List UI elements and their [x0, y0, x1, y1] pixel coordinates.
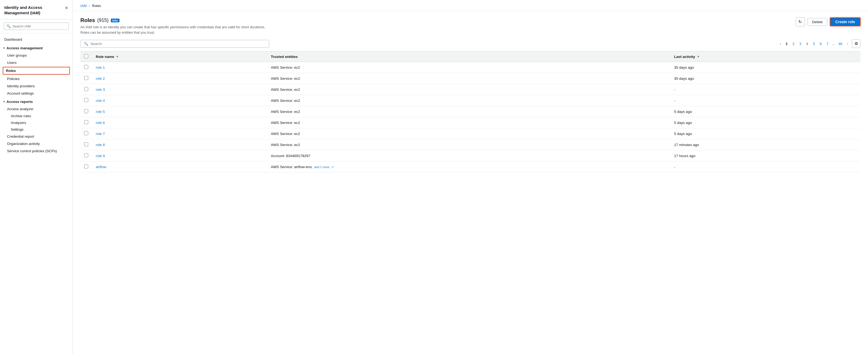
- th-role-name-label: Role name: [96, 55, 114, 59]
- last-activity-value: -: [670, 95, 861, 106]
- trusted-entities-value: AWS Service: airflow-env,: [271, 165, 313, 169]
- role-name-link[interactable]: role 4: [96, 99, 105, 103]
- roles-search-input[interactable]: [90, 42, 266, 46]
- sidebar-item-dashboard[interactable]: Dashboard: [0, 36, 72, 43]
- row-checkbox[interactable]: [84, 131, 88, 135]
- search-input[interactable]: [12, 24, 66, 28]
- access-reports-header[interactable]: ▼ Access reports: [0, 97, 72, 105]
- row-checkbox[interactable]: [84, 142, 88, 146]
- page-3-button[interactable]: 3: [797, 41, 803, 47]
- table-row: airflowAWS Service: airflow-env, and 1 m…: [81, 162, 861, 172]
- search-icon-main: 🔍: [84, 42, 88, 46]
- info-badge[interactable]: Info: [111, 19, 120, 22]
- page-6-button[interactable]: 6: [818, 41, 824, 47]
- th-role-name: Role name ▼: [92, 51, 267, 62]
- role-name-link[interactable]: role 7: [96, 132, 105, 136]
- trusted-entities-extra-link[interactable]: and 1 more.: [314, 166, 330, 169]
- role-name-link[interactable]: role 2: [96, 76, 105, 80]
- sidebar-item-account-settings[interactable]: Account settings: [0, 90, 72, 97]
- delete-button[interactable]: Delete: [808, 18, 827, 26]
- pagination: ‹ 1 2 3 4 5 6 7 ... 46 ›: [778, 41, 850, 47]
- table-row: role 7AWS Service: ec25 days ago: [81, 128, 861, 139]
- sidebar-item-organization-activity[interactable]: Organization activity: [0, 140, 72, 147]
- last-activity-value: 35 days ago: [670, 73, 861, 84]
- arrow-icon: ▼: [3, 47, 5, 49]
- page-last-button[interactable]: 46: [836, 41, 844, 47]
- sidebar-item-roles[interactable]: Roles: [3, 67, 70, 75]
- th-trusted-entities: Trusted entities: [267, 51, 670, 62]
- roles-description: An IAM role is an identity you can creat…: [81, 25, 269, 35]
- table-row: role 3AWS Service: ec2-: [81, 84, 861, 95]
- last-activity-value: 5 days ago: [670, 128, 861, 139]
- sidebar-search-area: 🔍: [0, 20, 72, 33]
- th-last-activity-label: Last activity: [674, 55, 695, 59]
- table-row: role 5AWS Service: ec25 days ago: [81, 106, 861, 117]
- page-1-button[interactable]: 1: [784, 41, 789, 47]
- create-role-button[interactable]: Create role: [830, 17, 861, 26]
- last-activity-sort-icon[interactable]: ▼: [697, 55, 700, 58]
- row-checkbox[interactable]: [84, 87, 88, 91]
- table-settings-button[interactable]: ⚙: [852, 39, 861, 48]
- roles-tbody: role 1AWS Service: ec235 days agorole 2A…: [81, 62, 861, 172]
- role-name-link[interactable]: role 3: [96, 87, 105, 92]
- refresh-button[interactable]: ↻: [796, 17, 805, 26]
- breadcrumb-iam-link[interactable]: IAM: [81, 4, 87, 8]
- row-checkbox[interactable]: [84, 76, 88, 80]
- sidebar-item-scps[interactable]: Service control policies (SCPs): [0, 147, 72, 155]
- roles-title-row: Roles (915) Info: [81, 17, 269, 24]
- breadcrumb: IAM › Roles: [73, 0, 868, 11]
- sidebar-item-credential-report[interactable]: Credential report: [0, 133, 72, 140]
- page-7-button[interactable]: 7: [825, 41, 830, 47]
- content-area: Roles (915) Info An IAM role is an ident…: [73, 11, 868, 354]
- last-activity-value: 35 days ago: [670, 62, 861, 73]
- role-name-link[interactable]: airflow: [96, 165, 106, 169]
- table-row: role 8AWS Service: ec217 minutes ago: [81, 139, 861, 150]
- table-row: role 4AWS Service: ec2-: [81, 95, 861, 106]
- row-checkbox[interactable]: [84, 65, 88, 69]
- sidebar-title: Identity and AccessManagement (IAM): [4, 5, 42, 15]
- page-4-button[interactable]: 4: [804, 41, 810, 47]
- role-name-link[interactable]: role 1: [96, 66, 105, 70]
- row-checkbox[interactable]: [84, 109, 88, 113]
- page-next-button[interactable]: ›: [845, 41, 850, 47]
- trusted-entities-value: AWS Service: ec2: [271, 110, 300, 114]
- row-checkbox[interactable]: [84, 120, 88, 124]
- trusted-entities-value: AWS Service: ec2: [271, 121, 300, 125]
- sidebar-item-identity-providers[interactable]: Identity providers: [0, 82, 72, 90]
- breadcrumb-current: Roles: [92, 4, 101, 8]
- trusted-entities-value: AWS Service: ec2: [271, 66, 300, 70]
- roles-count: (915): [97, 17, 108, 23]
- sidebar-item-policies[interactable]: Policies: [0, 75, 72, 82]
- last-activity-value: 17 hours ago: [670, 150, 861, 162]
- role-name-link[interactable]: role 5: [96, 110, 105, 114]
- sidebar-item-users[interactable]: Users: [0, 59, 72, 66]
- sidebar-item-archive-rules[interactable]: Archive rules: [0, 113, 72, 119]
- last-activity-value: 5 days ago: [670, 117, 861, 128]
- trusted-entities-value: AWS Service: ec2: [271, 76, 300, 80]
- sidebar-item-analyzers[interactable]: Analyzers: [0, 119, 72, 126]
- sidebar-item-settings[interactable]: Settings: [0, 126, 72, 133]
- access-management-header[interactable]: ▼ Access management: [0, 43, 72, 52]
- trusted-entities-value: AWS Service: ec2: [271, 99, 300, 103]
- refresh-icon: ↻: [798, 20, 802, 24]
- page-2-button[interactable]: 2: [790, 41, 796, 47]
- table-header-row: Role name ▼ Trusted entities Last activi…: [81, 51, 861, 62]
- close-icon[interactable]: ✕: [65, 5, 68, 10]
- row-checkbox[interactable]: [84, 164, 88, 168]
- row-checkbox[interactable]: [84, 153, 88, 157]
- role-name-sort-icon[interactable]: ▼: [116, 55, 119, 58]
- sidebar-item-user-groups[interactable]: User groups: [0, 52, 72, 59]
- select-all-checkbox[interactable]: [84, 54, 88, 58]
- sidebar-item-access-analyzer[interactable]: Access analyzer: [0, 105, 72, 113]
- role-name-link[interactable]: role 9: [96, 154, 105, 158]
- page-prev-button[interactable]: ‹: [778, 41, 782, 47]
- last-activity-value: 17 minutes ago: [670, 139, 861, 150]
- row-checkbox[interactable]: [84, 98, 88, 102]
- page-5-button[interactable]: 5: [811, 41, 817, 47]
- settings-icon: ⚙: [855, 41, 858, 46]
- roles-header: Roles (915) Info An IAM role is an ident…: [81, 17, 861, 35]
- role-name-link[interactable]: role 8: [96, 143, 105, 147]
- role-name-link[interactable]: role 6: [96, 121, 105, 125]
- roles-table: Role name ▼ Trusted entities Last activi…: [81, 51, 861, 172]
- last-activity-value: -: [670, 84, 861, 95]
